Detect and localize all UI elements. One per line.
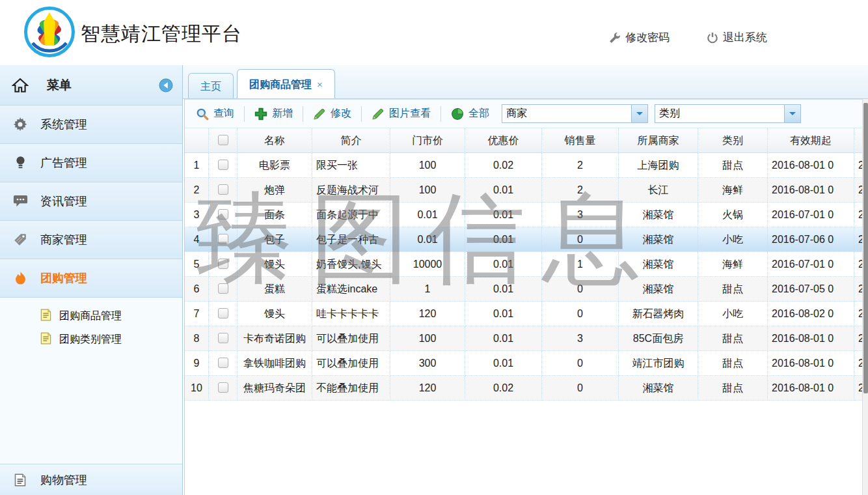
cell-valid_to: 20: [854, 376, 862, 401]
row-checkbox[interactable]: [218, 209, 228, 219]
sidebar-item-merchants[interactable]: 商家管理: [0, 221, 182, 259]
row-checkbox[interactable]: [218, 358, 228, 368]
cell-valid_from: 2016-07-05 0: [768, 277, 854, 302]
category-filter-combo: [655, 104, 801, 123]
pencil-icon: [372, 107, 385, 120]
select-all-checkbox[interactable]: [218, 135, 228, 145]
column-header[interactable]: 简介: [312, 128, 390, 153]
cell-category: 小吃: [698, 227, 768, 252]
all-button[interactable]: 全部: [445, 104, 495, 123]
cell-merchant: 85C面包房: [619, 326, 698, 351]
cell-intro: 蛋糕选incake: [312, 277, 390, 302]
row-checkbox[interactable]: [218, 283, 228, 294]
cell-category: 甜点: [698, 376, 768, 401]
row-checkbox-cell: [209, 178, 237, 203]
merchant-filter-input[interactable]: [502, 104, 632, 123]
tab-home[interactable]: 主页: [188, 73, 234, 98]
vertical-scrollbar[interactable]: [862, 99, 868, 495]
chevron-down-icon[interactable]: [785, 104, 801, 123]
cell-name: 蛋糕: [237, 277, 312, 302]
add-button[interactable]: 新增: [249, 104, 299, 123]
row-checkbox[interactable]: [218, 259, 228, 269]
cell-intro: 反题海战术河: [312, 178, 390, 203]
sidebar-item-system[interactable]: 系统管理: [0, 106, 182, 144]
table-row[interactable]: 1电影票限买一张1000.022上海团购甜点2016-08-01 020: [185, 153, 862, 178]
column-header[interactable]: 门市价: [390, 128, 465, 153]
tab-label: 主页: [200, 81, 221, 92]
row-checkbox[interactable]: [218, 184, 228, 195]
table-row[interactable]: 9拿铁咖啡团购可以叠加使用3000.010靖江市团购甜点2016-08-01 0…: [185, 351, 862, 376]
cell-valid_to: 20: [854, 227, 862, 252]
column-header[interactable]: 所属商家: [619, 128, 698, 153]
row-checkbox[interactable]: [218, 160, 228, 170]
tab-label: 团购商品管理: [249, 79, 312, 90]
flame-icon: [9, 271, 31, 286]
row-checkbox-cell: [209, 351, 237, 376]
cell-sales: 2: [542, 178, 619, 203]
sidebar-item-label: 购物管理: [40, 472, 87, 488]
row-checkbox-cell: [209, 227, 237, 252]
tab-groupbuy-products[interactable]: 团购商品管理×: [237, 69, 335, 98]
view-image-button[interactable]: 图片查看: [366, 104, 437, 123]
cell-num: 6: [185, 277, 209, 302]
cell-merchant: 湘菜馆: [619, 376, 698, 401]
chevron-down-icon[interactable]: [632, 104, 648, 123]
cell-name: 炮弹: [237, 178, 312, 203]
column-header[interactable]: 名称: [237, 128, 312, 153]
cell-valid_to: 20: [854, 252, 862, 277]
sidebar-item-ads[interactable]: 广告管理: [0, 144, 182, 182]
column-header[interactable]: 有: [854, 128, 862, 153]
main-content: 主页团购商品管理× 查询新增修改图片查看全部 名称简介门市价优惠价销售量所属商家…: [183, 65, 868, 495]
sidebar-subitem-groupbuy-products[interactable]: 团购商品管理: [0, 304, 182, 328]
toolbar: 查询新增修改图片查看全部: [185, 100, 868, 128]
cell-retail: 1: [390, 277, 465, 302]
collapse-sidebar-icon[interactable]: [159, 78, 173, 92]
table-row[interactable]: 3面条面条起源于中0.010.013湘菜馆火锅2016-07-01 020: [185, 203, 862, 227]
sidebar-item-news[interactable]: 资讯管理: [0, 182, 182, 221]
sidebar-subitem-label: 团购商品管理: [59, 309, 122, 323]
pencil-icon: [313, 107, 326, 120]
table-row[interactable]: 2炮弹反题海战术河1000.012长江海鲜2016-08-01 020: [185, 178, 862, 203]
column-header[interactable]: 优惠价: [465, 128, 542, 153]
row-checkbox[interactable]: [218, 333, 228, 343]
table-row[interactable]: 10焦糖玛奇朵团不能叠加使用1200.020湘菜馆甜点2016-08-01 02…: [185, 376, 862, 401]
cell-category: 海鲜: [698, 178, 768, 203]
row-checkbox[interactable]: [218, 382, 228, 393]
cell-name: 馒头: [237, 252, 312, 277]
column-header[interactable]: 类别: [698, 128, 768, 153]
cell-intro: 可以叠加使用: [312, 326, 390, 351]
cell-name: 馒头: [237, 302, 312, 326]
table-row[interactable]: 4包子包子是一种古0.010.010湘菜馆小吃2016-07-06 020: [185, 227, 862, 252]
page-title: 智慧靖江管理平台: [81, 21, 242, 48]
cell-name: 电影票: [237, 153, 312, 178]
toolbar-button-label: 修改: [331, 107, 351, 120]
close-tab-icon[interactable]: ×: [317, 79, 323, 90]
table-row[interactable]: 7馒头哇卡卡卡卡卡1200.010新石器烤肉小吃2016-08-02 020: [185, 302, 862, 326]
change-password-button[interactable]: 修改密码: [609, 30, 670, 45]
table-row[interactable]: 6蛋糕蛋糕选incake10.010湘菜馆甜点2016-07-05 020: [185, 277, 862, 302]
sidebar-item-shopping[interactable]: 购物管理: [0, 464, 182, 495]
cell-retail: 100: [390, 153, 465, 178]
cell-merchant: 湘菜馆: [619, 203, 698, 227]
column-header[interactable]: 销售量: [542, 128, 619, 153]
search-button[interactable]: 查询: [190, 104, 240, 123]
table-row[interactable]: 5馒头奶香馒头,馒头100000.011湘菜馆海鲜2016-07-01 020: [185, 252, 862, 277]
sidebar-item-groupbuy[interactable]: 团购管理: [0, 259, 182, 298]
sidebar-subitem-groupbuy-categories[interactable]: 团购类别管理: [0, 328, 182, 351]
row-checkbox[interactable]: [218, 234, 228, 244]
scrollbar-thumb[interactable]: [863, 103, 868, 393]
row-checkbox[interactable]: [218, 308, 228, 318]
note-icon: [40, 332, 51, 347]
cell-valid_from: 2016-08-01 0: [768, 153, 854, 178]
logout-button[interactable]: 退出系统: [707, 30, 767, 45]
column-header[interactable]: 有效期起: [768, 128, 854, 153]
tag-icon: [9, 233, 31, 247]
edit-button[interactable]: 修改: [307, 104, 357, 123]
cell-retail: 120: [390, 302, 465, 326]
cell-retail: 120: [390, 376, 465, 401]
cell-valid_from: 2016-08-01 0: [768, 178, 854, 203]
category-filter-input[interactable]: [655, 104, 785, 123]
cell-num: 8: [185, 326, 209, 351]
row-checkbox-cell: [209, 326, 237, 351]
table-row[interactable]: 8卡布奇诺团购可以叠加使用1000.01385C面包房甜点2016-08-01 …: [185, 326, 862, 351]
